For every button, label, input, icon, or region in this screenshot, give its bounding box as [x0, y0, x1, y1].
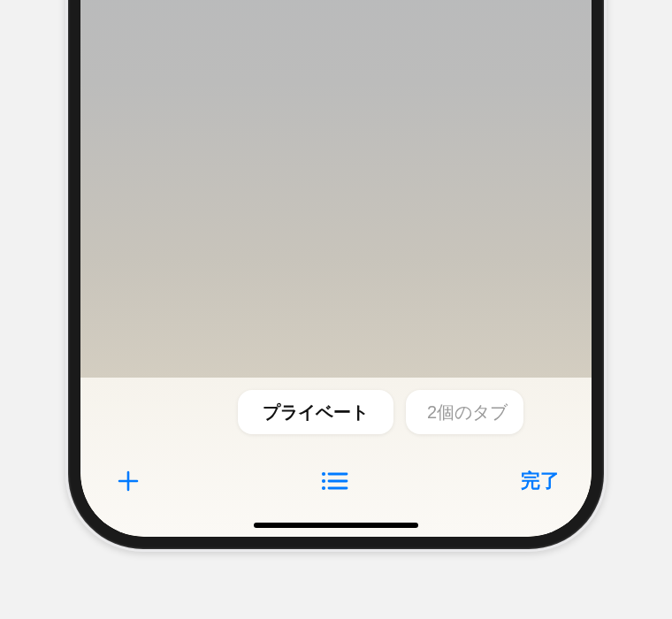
- tab-group-count-label: 2個のタブ: [427, 401, 508, 424]
- bottom-panel: プライベート 2個のタブ: [80, 378, 592, 537]
- phone-bezel: プライベート 2個のタブ: [68, 0, 604, 549]
- tab-group-count[interactable]: 2個のタブ: [406, 390, 523, 434]
- done-label: 完了: [521, 468, 561, 494]
- svg-point-1: [322, 479, 325, 483]
- done-button[interactable]: 完了: [519, 462, 561, 501]
- phone-outer-frame: プライベート 2個のタブ: [65, 0, 607, 552]
- screen: プライベート 2個のタブ: [80, 0, 592, 537]
- home-indicator[interactable]: [254, 523, 418, 528]
- background: プライベート 2個のタブ: [0, 0, 672, 619]
- list-bullet-icon: [319, 470, 349, 493]
- svg-point-2: [322, 486, 325, 490]
- tab-group-private-label: プライベート: [263, 401, 369, 424]
- plus-icon: [116, 469, 141, 493]
- tab-group-private[interactable]: プライベート: [238, 390, 393, 434]
- toolbar: 完了: [80, 459, 592, 503]
- phone-inner-frame: プライベート 2個のタブ: [80, 0, 592, 537]
- svg-point-0: [322, 472, 325, 476]
- new-tab-button[interactable]: [107, 462, 149, 501]
- tab-groups-button[interactable]: [313, 462, 355, 501]
- tab-groups-row[interactable]: プライベート 2個のタブ: [80, 390, 592, 438]
